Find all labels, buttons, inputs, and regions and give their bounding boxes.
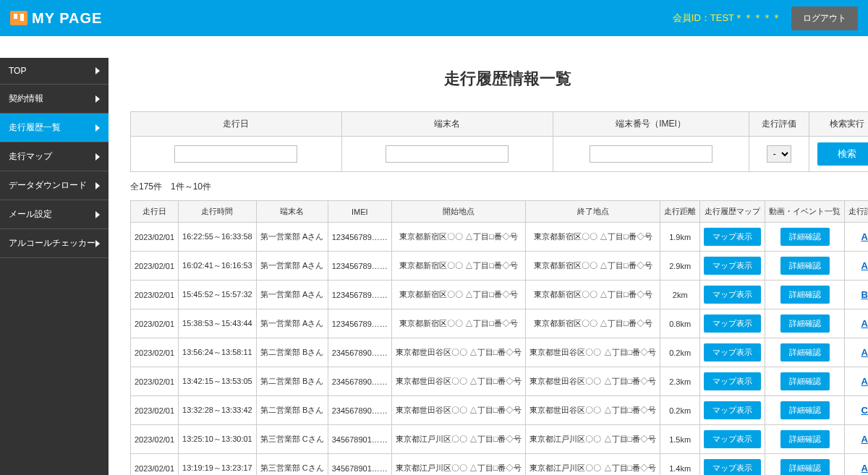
detail-button[interactable]: 詳細確認 <box>780 257 830 275</box>
map-button[interactable]: マップ表示 <box>704 228 761 246</box>
detail-button[interactable]: 詳細確認 <box>780 286 830 304</box>
cell-imei: 345678901…… <box>328 425 391 454</box>
map-button[interactable]: マップ表示 <box>704 459 761 475</box>
results-table: 走行日走行時間端末名IMEI開始地点終了地点走行距離走行履歴マップ動画・イベント… <box>130 200 868 475</box>
cell-time: 13:19:19～13:23:17 <box>179 454 257 476</box>
map-button[interactable]: マップ表示 <box>704 430 761 448</box>
sidebar-item-label: アルコールチェッカー <box>9 237 95 249</box>
cell-start: 東京都江戸川区〇〇 △丁目□番◇号 <box>391 454 526 476</box>
sidebar-item-4[interactable]: データダウンロード <box>0 171 109 200</box>
table-row: 2023/02/0113:32:28～13:33:42第二営業部 Bさん2345… <box>131 396 869 425</box>
column-header: IMEI <box>328 201 391 223</box>
cell-time: 15:45:52～15:57:32 <box>179 281 257 309</box>
cell-device: 第三営業部 Cさん <box>256 454 328 476</box>
logout-button[interactable]: ログアウト <box>791 7 858 30</box>
cell-date: 2023/02/01 <box>131 454 179 476</box>
sidebar-item-0[interactable]: TOP <box>0 58 109 85</box>
cell-date: 2023/02/01 <box>131 367 179 396</box>
map-button[interactable]: マップ表示 <box>704 372 761 390</box>
cell-imei: 234567890…… <box>328 396 391 425</box>
map-button[interactable]: マップ表示 <box>704 286 761 304</box>
detail-button[interactable]: 詳細確認 <box>780 401 830 419</box>
rating-link[interactable]: A <box>861 434 867 445</box>
member-id-label: 会員ID：TEST＊＊＊＊＊ <box>673 12 781 25</box>
result-count: 全175件 1件～10件 <box>130 181 868 193</box>
cell-dist: 2km <box>660 281 700 309</box>
cell-end: 東京都江戸川区〇〇 △丁目□番◇号 <box>526 454 660 476</box>
search-button[interactable]: 検索 <box>817 142 868 166</box>
detail-button[interactable]: 詳細確認 <box>780 228 830 246</box>
cell-date: 2023/02/01 <box>131 425 179 454</box>
sidebar-item-label: 契約情報 <box>9 93 43 105</box>
rating-link[interactable]: A <box>861 347 867 358</box>
rating-link[interactable]: A <box>861 318 867 329</box>
sidebar-item-3[interactable]: 走行マップ <box>0 142 109 171</box>
filter-header: 走行評価 <box>749 112 809 137</box>
main-content: 走行履歴情報一覧 走行日端末名端末番号（IMEI）走行評価検索実行 - 検索 全… <box>109 36 868 475</box>
filter-device-input[interactable] <box>386 145 509 163</box>
cell-time: 13:32:28～13:33:42 <box>179 396 257 425</box>
page-title: 走行履歴情報一覧 <box>130 68 868 90</box>
cell-time: 13:25:10～13:30:01 <box>179 425 257 454</box>
cell-end: 東京都世田谷区〇〇 △丁目□番◇号 <box>526 396 660 425</box>
detail-button[interactable]: 詳細確認 <box>780 459 830 475</box>
cell-dist: 2.9km <box>660 252 700 281</box>
sidebar-item-6[interactable]: アルコールチェッカー <box>0 229 109 258</box>
rating-link[interactable]: B <box>861 289 867 300</box>
cell-dist: 0.8km <box>660 309 700 338</box>
cell-imei: 123456789…… <box>328 252 391 281</box>
cell-dist: 1.9km <box>660 223 700 252</box>
rating-link[interactable]: A <box>861 463 867 474</box>
cell-start: 東京都新宿区〇〇 △丁目□番◇号 <box>391 309 526 338</box>
rating-link[interactable]: C <box>861 405 867 416</box>
column-header: 走行評価 <box>845 201 868 223</box>
sidebar-item-5[interactable]: メール設定 <box>0 200 109 229</box>
column-header: 走行履歴マップ <box>700 201 765 223</box>
map-button[interactable]: マップ表示 <box>704 314 761 333</box>
chevron-right-icon <box>95 211 100 218</box>
chevron-right-icon <box>95 124 100 132</box>
detail-button[interactable]: 詳細確認 <box>780 343 830 361</box>
cell-date: 2023/02/01 <box>131 223 179 252</box>
cell-start: 東京都世田谷区〇〇 △丁目□番◇号 <box>391 367 526 396</box>
rating-link[interactable]: A <box>861 231 867 242</box>
detail-button[interactable]: 詳細確認 <box>780 430 830 448</box>
cell-dist: 0.2km <box>660 338 700 367</box>
cell-device: 第二営業部 Bさん <box>256 396 328 425</box>
rating-link[interactable]: A <box>861 260 867 271</box>
cell-imei: 234567890…… <box>328 338 391 367</box>
cell-date: 2023/02/01 <box>131 252 179 281</box>
cell-imei: 345678901…… <box>328 454 391 476</box>
detail-button[interactable]: 詳細確認 <box>780 314 830 333</box>
column-header: 終了地点 <box>526 201 660 223</box>
filter-rating-select[interactable]: - <box>767 145 791 163</box>
map-button[interactable]: マップ表示 <box>704 257 761 275</box>
cell-dist: 0.2km <box>660 396 700 425</box>
map-button[interactable]: マップ表示 <box>704 343 761 361</box>
filter-date-input[interactable] <box>174 145 297 163</box>
chevron-right-icon <box>95 153 100 161</box>
column-header: 走行距離 <box>660 201 700 223</box>
logo[interactable]: MY PAGE <box>10 10 102 27</box>
filter-imei-input[interactable] <box>590 145 712 163</box>
cell-time: 13:42:15～13:53:05 <box>179 367 257 396</box>
column-header: 端末名 <box>256 201 328 223</box>
cell-device: 第一営業部 Aさん <box>256 281 328 309</box>
cell-end: 東京都新宿区〇〇 △丁目□番◇号 <box>526 252 660 281</box>
sidebar-item-label: データダウンロード <box>9 179 87 192</box>
table-row: 2023/02/0113:56:24～13:58:11第二営業部 Bさん2345… <box>131 338 869 367</box>
cell-start: 東京都世田谷区〇〇 △丁目□番◇号 <box>391 396 526 425</box>
column-header: 動画・イベント一覧 <box>765 201 845 223</box>
map-button[interactable]: マップ表示 <box>704 401 761 419</box>
sidebar-item-2[interactable]: 走行履歴一覧 <box>0 114 109 142</box>
cell-imei: 123456789…… <box>328 309 391 338</box>
cell-end: 東京都世田谷区〇〇 △丁目□番◇号 <box>526 338 660 367</box>
sidebar-item-label: 走行マップ <box>9 150 52 163</box>
filter-header: 端末名 <box>341 112 553 137</box>
chevron-right-icon <box>95 95 100 103</box>
sidebar-item-1[interactable]: 契約情報 <box>0 85 109 114</box>
rating-link[interactable]: A <box>861 376 867 387</box>
detail-button[interactable]: 詳細確認 <box>780 372 830 390</box>
table-row: 2023/02/0115:38:53～15:43:44第一営業部 Aさん1234… <box>131 309 869 338</box>
cell-end: 東京都世田谷区〇〇 △丁目□番◇号 <box>526 367 660 396</box>
